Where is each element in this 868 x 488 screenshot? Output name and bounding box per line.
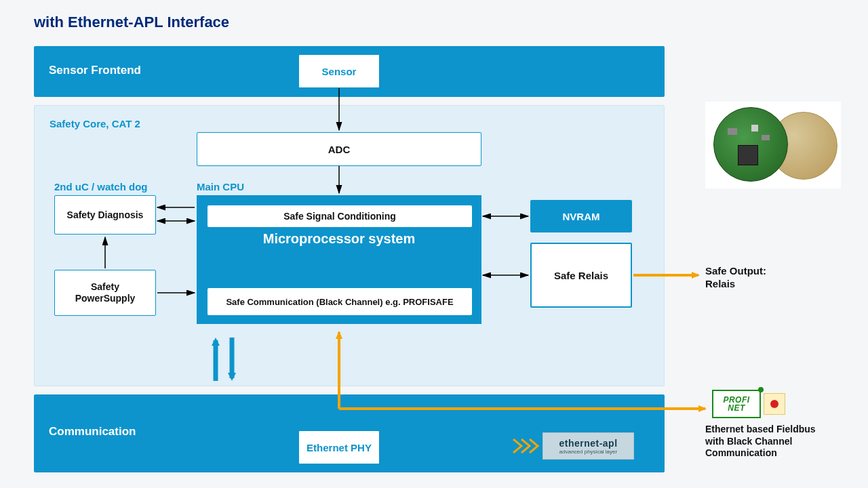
- profinet-box: PROFI NET: [712, 390, 761, 418]
- communication-label: Communication: [49, 425, 136, 439]
- watchdog-label: 2nd uC / watch dog: [54, 181, 148, 192]
- box-nvram: NVRAM: [530, 200, 632, 232]
- box-safety-power: Safety PowerSupply: [54, 270, 156, 316]
- microprocessor-title: Microprocessor system: [197, 231, 481, 247]
- logo-apl-line2: advanced physical layer: [559, 449, 617, 455]
- sensor-frontend-label: Sensor Frontend: [49, 64, 141, 77]
- page-title: with Ethernet-APL Interface: [34, 14, 229, 31]
- profinet-line2: NET: [728, 404, 745, 412]
- box-safe-comm: Safe Communication (Black Channel) e.g. …: [208, 288, 472, 315]
- box-sensor: Sensor: [298, 54, 380, 88]
- logo-ethernet-apl: ethernet-apl advanced physical layer: [542, 432, 634, 460]
- logo-apl-line1: ethernet-apl: [559, 438, 617, 449]
- maincpu-label: Main CPU: [197, 181, 244, 192]
- box-ethernet-phy: Ethernet PHY: [298, 430, 380, 464]
- safety-core-label: Safety Core, CAT 2: [50, 118, 140, 129]
- safe-output-line2: Relais: [705, 278, 766, 291]
- profisafe-dot-icon: [764, 393, 785, 415]
- text-safe-output: Safe Output: Relais: [705, 265, 766, 291]
- box-adc: ADC: [197, 132, 481, 166]
- box-safety-diagnosis: Safety Diagnosis: [54, 195, 156, 235]
- fieldbus-line2: with Black Channel: [705, 436, 816, 448]
- box-safe-relais: Safe Relais: [530, 243, 632, 308]
- image-pcb-boards: [705, 102, 841, 188]
- fieldbus-line1: Ethernet based Fieldbus: [705, 424, 816, 436]
- block-microprocessor: Safe Signal Conditioning Microprocessor …: [197, 195, 481, 324]
- fieldbus-line3: Communication: [705, 447, 816, 460]
- text-fieldbus: Ethernet based Fieldbus with Black Chann…: [705, 424, 816, 460]
- logo-profinet: PROFI NET: [712, 390, 785, 418]
- box-safe-signal: Safe Signal Conditioning: [208, 205, 472, 227]
- safe-output-line1: Safe Output:: [705, 265, 766, 278]
